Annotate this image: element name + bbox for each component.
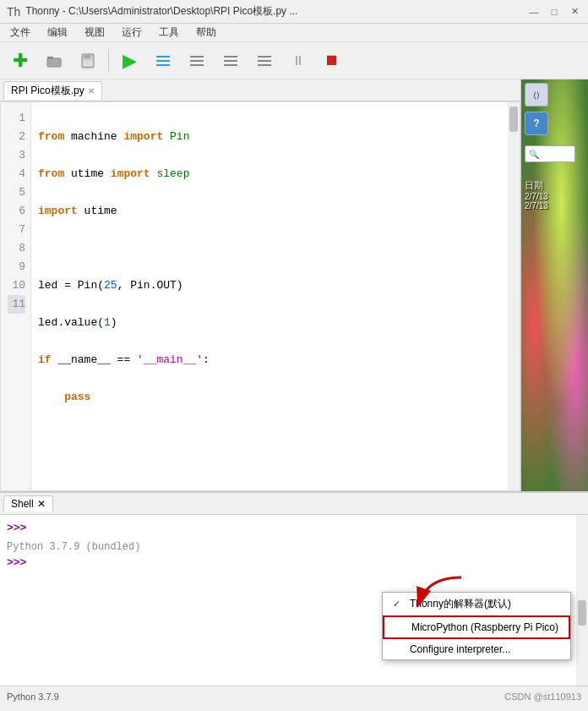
editor-tab-bar: RPI Pico模板.py ✕ (0, 79, 520, 101)
svg-rect-9 (190, 60, 204, 62)
new-file-button[interactable]: ✚ (5, 46, 35, 76)
editor-tab[interactable]: RPI Pico模板.py ✕ (3, 81, 102, 100)
step-out-icon (256, 52, 273, 69)
save-icon (79, 52, 96, 69)
shell-scrollbar-thumb[interactable] (578, 600, 586, 626)
right-overlay: ⟨⟩ ? 🔍 日期 2/7/13 2/7/13 (521, 79, 588, 491)
line-number: 9 (8, 258, 25, 276)
right-section-label: 日期 (525, 179, 585, 192)
csdn-label: CSDN @st110913 (504, 692, 581, 702)
close-button[interactable]: ✕ (568, 5, 581, 19)
menu-run[interactable]: 运行 (115, 24, 149, 41)
ctx-item-label: MicroPython (Raspberry Pi Pico) (411, 621, 558, 633)
menu-file[interactable]: 文件 (3, 24, 37, 41)
svg-rect-7 (156, 64, 170, 66)
svg-rect-15 (258, 60, 271, 62)
keyword: pass (64, 391, 90, 403)
svg-rect-12 (224, 60, 237, 62)
ctx-configure-interpreter[interactable]: Configure interpreter... (383, 639, 570, 659)
keyword: if (38, 353, 52, 366)
line-number: 5 (8, 183, 25, 202)
title-bar: Th Thonny - C:\Users\Administrator\Deskt… (0, 0, 588, 24)
window-title: Thonny - C:\Users\Administrator\Desktop\… (25, 4, 527, 19)
code-line-3: import utime (38, 202, 513, 221)
svg-rect-10 (190, 64, 204, 66)
string-literal: '__main__' (137, 353, 203, 366)
svg-rect-4 (83, 61, 93, 66)
svg-rect-3 (84, 54, 90, 58)
open-file-button[interactable] (39, 46, 69, 76)
checkmark-icon: ✓ (393, 599, 405, 610)
red-arrow-icon (411, 573, 478, 615)
maximize-button[interactable]: □ (547, 5, 561, 19)
editor-panel: RPI Pico模板.py ✕ 1 2 3 4 5 6 7 8 9 10 11 … (0, 79, 520, 491)
code-text[interactable]: from machine import Pin from utime impor… (31, 102, 520, 490)
code-editor[interactable]: 1 2 3 4 5 6 7 8 9 10 11 from machine imp… (0, 101, 520, 491)
stop-button[interactable]: ⏹ (317, 46, 347, 76)
step-into-button[interactable] (215, 46, 246, 76)
status-bar: Python 3.7.9 CSDN @st110913 (0, 686, 588, 706)
step-into-icon (222, 52, 239, 69)
code-line-7: if __name__ == '__main__': (38, 351, 513, 369)
run-button[interactable]: ▶ (114, 46, 144, 76)
right-search-box[interactable]: 🔍 (525, 145, 575, 162)
shell-tab-bar: Shell ✕ (0, 493, 588, 515)
menu-help[interactable]: 帮助 (189, 24, 223, 41)
keyword: from (38, 167, 64, 180)
tab-label: RPI Pico模板.py (11, 84, 84, 98)
arrow-indicator (411, 573, 478, 618)
save-file-button[interactable] (73, 46, 103, 76)
step-over-icon (188, 52, 205, 69)
svg-rect-6 (156, 60, 170, 62)
shell-tab-close-icon[interactable]: ✕ (37, 498, 46, 510)
step-over-button[interactable] (182, 46, 212, 76)
line-number: 11 (8, 295, 25, 314)
menu-view[interactable]: 视图 (78, 24, 112, 41)
code-line-1: from machine import Pin (38, 128, 513, 146)
pause-button[interactable]: ⏸ (283, 46, 313, 76)
tab-close-icon[interactable]: ✕ (88, 86, 95, 96)
scrollbar-thumb[interactable] (509, 107, 518, 132)
window-controls: — □ ✕ (527, 5, 581, 19)
right-expand-button[interactable]: ⟨⟩ (525, 83, 548, 107)
toolbar: ✚ ▶ (0, 42, 588, 79)
right-panel: ⟨⟩ ? 🔍 日期 2/7/13 2/7/13 (520, 79, 588, 491)
number-literal: 25 (104, 279, 117, 292)
shell-info: Python 3.7.9 (bundled) (7, 541, 581, 553)
keyword: from (38, 130, 64, 143)
line-number: 4 (8, 165, 25, 183)
menu-edit[interactable]: 编辑 (41, 24, 74, 41)
class-name: Pin (170, 130, 189, 143)
ctx-item-label: Configure interpreter... (410, 643, 510, 655)
line-number: 6 (8, 202, 25, 221)
right-help-button[interactable]: ? (525, 112, 548, 135)
shell-scrollbar[interactable] (576, 515, 588, 686)
svg-rect-5 (156, 56, 170, 57)
open-icon (46, 52, 63, 69)
minimize-button[interactable]: — (527, 5, 541, 19)
debug-button[interactable] (148, 46, 178, 76)
shell-prompt-2: >>> (7, 556, 581, 569)
no-check-icon (393, 644, 405, 654)
code-line-2: from utime import sleep (38, 165, 513, 183)
code-line-6: led.value(1) (38, 314, 513, 332)
editor-scrollbar[interactable] (508, 102, 520, 490)
menu-bar: 文件 编辑 视图 运行 工具 帮助 (0, 24, 588, 42)
svg-rect-8 (190, 56, 204, 57)
interpreter-status[interactable]: Python 3.7.9 (7, 692, 59, 702)
keyword: import (38, 205, 78, 217)
step-out-button[interactable] (249, 46, 280, 76)
line-number: 7 (8, 221, 25, 239)
line-number: 3 (8, 146, 25, 165)
shell-tab[interactable]: Shell ✕ (3, 495, 53, 511)
ctx-micropython-pico[interactable]: MicroPython (Raspberry Pi Pico) (383, 615, 570, 639)
svg-rect-13 (224, 64, 237, 66)
svg-rect-11 (224, 56, 237, 57)
line-number: 2 (8, 128, 25, 146)
svg-rect-1 (47, 58, 61, 67)
shell-prompt-1: >>> (7, 522, 581, 534)
menu-tools[interactable]: 工具 (152, 24, 186, 41)
code-line-9 (38, 425, 513, 444)
svg-rect-14 (258, 56, 271, 57)
app-icon: Th (7, 5, 20, 19)
